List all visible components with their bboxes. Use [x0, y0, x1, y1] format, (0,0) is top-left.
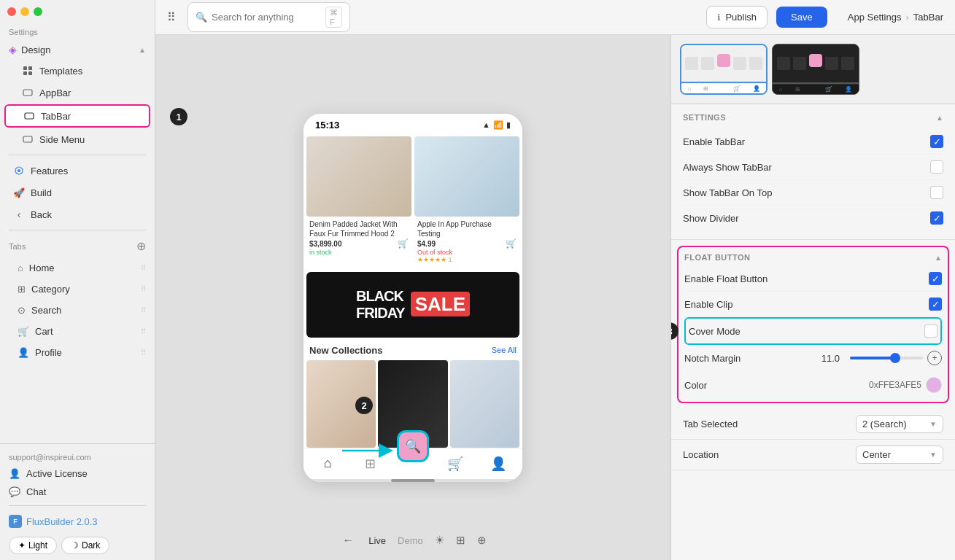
dark-theme-button[interactable]: ☽ Dark: [61, 537, 109, 554]
sidebar-item-tabbar[interactable]: TabBar: [4, 104, 150, 128]
add-tab-icon[interactable]: ⊕: [136, 239, 146, 253]
show-divider-checkbox[interactable]: ✓: [930, 211, 943, 225]
tab-search[interactable]: ⊙ Search ⠿: [0, 300, 155, 321]
show-divider-row: Show Divider ✓: [683, 206, 943, 230]
settings-collapse-icon[interactable]: ▲: [936, 114, 943, 122]
col-item-3: [450, 360, 519, 448]
search-input[interactable]: [212, 12, 321, 23]
status-time: 15:13: [315, 120, 339, 131]
annotation-1: 1: [170, 108, 187, 125]
float-collapse-icon[interactable]: ▲: [935, 254, 942, 262]
svg-rect-1: [28, 66, 32, 70]
back-icon: ‹: [13, 209, 25, 220]
design-label: Design: [21, 44, 50, 55]
notch-increment-button[interactable]: +: [927, 351, 942, 365]
product-name-2: Apple In App Purchase Testing: [417, 219, 517, 238]
build-icon: 🚀: [13, 187, 25, 198]
sidebar-item-sidemenu[interactable]: Side Menu: [4, 129, 150, 149]
settings-section-header: SETTINGS ▲: [683, 113, 943, 122]
preview-thumb-dark[interactable]: ⌂ ⊞ 🛒 👤: [772, 44, 859, 95]
tab-selected-value: 2 (Search): [862, 419, 907, 429]
sidebar-item-features[interactable]: Features: [4, 160, 150, 181]
back-navigate-button[interactable]: ←: [339, 531, 357, 550]
location-dropdown[interactable]: Center ▼: [856, 446, 943, 464]
tab-selected-row: Tab Selected 2 (Search) ▼: [671, 409, 955, 440]
enable-float-checkbox[interactable]: ✓: [929, 272, 942, 285]
search-bar[interactable]: 🔍 ⌘ F: [187, 2, 350, 32]
cover-mode-label: Cover Mode: [689, 326, 741, 337]
phone-frame: 15:13 ▲ 📶 ▮ Denim Padded Jacket With Fau…: [303, 114, 522, 482]
color-preview: 0xFFE3AFE5: [869, 377, 942, 393]
product-name-1: Denim Padded Jacket With Faux Fur Trimme…: [309, 219, 409, 238]
templates-label: Templates: [39, 66, 82, 77]
preview-thumb-light[interactable]: ⌂ ⊞ 🛒 👤: [680, 44, 768, 95]
drag-search-icon: ⠿: [141, 306, 146, 314]
features-icon: [13, 165, 25, 176]
category-icon: ⊞: [18, 284, 26, 295]
float-search-icon: 🔍: [405, 438, 421, 454]
show-divider-label: Show Divider: [683, 213, 739, 224]
always-show-checkbox[interactable]: [930, 160, 943, 174]
maximize-button[interactable]: [34, 7, 42, 16]
tab-home-label: Home: [29, 262, 55, 273]
tab-search-label: Search: [31, 305, 61, 316]
enable-clip-checkbox[interactable]: ✓: [929, 298, 942, 311]
phone-cart-icon: 🛒: [447, 456, 463, 472]
phone-tab-search-float[interactable]: 🔍: [392, 461, 434, 467]
grid-icon[interactable]: ⠿: [167, 10, 176, 24]
sidebar-item-back[interactable]: ‹ Back: [4, 204, 150, 225]
phone-tab-home[interactable]: ⌂: [306, 453, 349, 474]
grid-view-icon[interactable]: ⊞: [456, 534, 465, 547]
color-hex-value: 0xFFE3AFE5: [869, 380, 921, 390]
see-all-link[interactable]: See All: [492, 346, 517, 354]
sidebar-item-templates[interactable]: Templates: [4, 61, 150, 81]
zoom-icon[interactable]: ⊕: [477, 534, 487, 547]
live-button[interactable]: Live: [368, 535, 386, 546]
svg-rect-5: [25, 113, 34, 119]
cart-icon: 🛒: [18, 326, 29, 337]
phone-category-icon: ⊞: [365, 456, 376, 472]
preview-area: 1 15:13 ▲ 📶 ▮ Denim Padded Jacket With F…: [155, 35, 670, 560]
sidebar-item-build[interactable]: 🚀 Build: [4, 182, 150, 203]
tab-category[interactable]: ⊞ Category ⠿: [0, 279, 155, 300]
sun-settings-icon[interactable]: ☀: [435, 534, 444, 547]
features-label: Features: [31, 166, 68, 176]
home-icon: ⌂: [18, 262, 23, 273]
tab-profile-label: Profile: [35, 347, 62, 358]
float-button[interactable]: 🔍: [397, 430, 429, 462]
tab-home[interactable]: ⌂ Home ⠿: [0, 257, 155, 279]
banner-text: BLACKFRIDAY: [356, 288, 405, 322]
product-stock-1: in stock: [309, 249, 409, 256]
minimize-button[interactable]: [20, 7, 29, 16]
phone-tab-cart[interactable]: 🛒: [434, 453, 476, 475]
search-shortcut: ⌘ F: [325, 7, 342, 28]
notch-slider[interactable]: [850, 353, 923, 363]
breadcrumb-tabbar: TabBar: [913, 12, 943, 23]
publish-button[interactable]: ℹ Publish: [706, 6, 768, 28]
save-button[interactable]: Save: [776, 7, 827, 28]
active-license-item[interactable]: 👤 Active License: [9, 464, 146, 483]
float-title: FLOAT BUTTON: [684, 253, 751, 262]
color-row: Color 0xFFE3AFE5: [684, 371, 942, 399]
phone-tab-profile[interactable]: 👤: [477, 453, 519, 475]
chevron-up-icon: ▲: [139, 46, 146, 54]
search-magnify-icon: 🔍: [196, 12, 207, 23]
cover-mode-checkbox[interactable]: [924, 324, 937, 338]
sidebar-item-appbar[interactable]: AppBar: [4, 82, 150, 103]
color-label: Color: [684, 380, 707, 391]
light-theme-button[interactable]: ✦ Light: [9, 537, 57, 554]
design-section-header[interactable]: ◈ Design ▲: [0, 39, 155, 60]
tab-profile[interactable]: 👤 Profile ⠿: [0, 342, 155, 363]
phone-tab-category[interactable]: ⊞: [349, 453, 391, 475]
black-friday-banner: BLACKFRIDAY SALE: [306, 272, 519, 338]
close-button[interactable]: [7, 7, 16, 16]
breadcrumb: App Settings › TabBar: [836, 12, 943, 23]
slider-thumb[interactable]: [890, 353, 900, 363]
tab-cart[interactable]: 🛒 Cart ⠿: [0, 321, 155, 342]
color-swatch-button[interactable]: [926, 377, 942, 393]
show-top-checkbox[interactable]: [930, 186, 943, 199]
demo-button[interactable]: Demo: [398, 535, 423, 546]
chat-item[interactable]: 💬 Chat: [9, 483, 146, 501]
tab-selected-dropdown[interactable]: 2 (Search) ▼: [856, 415, 943, 433]
enable-tabbar-checkbox[interactable]: ✓: [930, 135, 943, 148]
